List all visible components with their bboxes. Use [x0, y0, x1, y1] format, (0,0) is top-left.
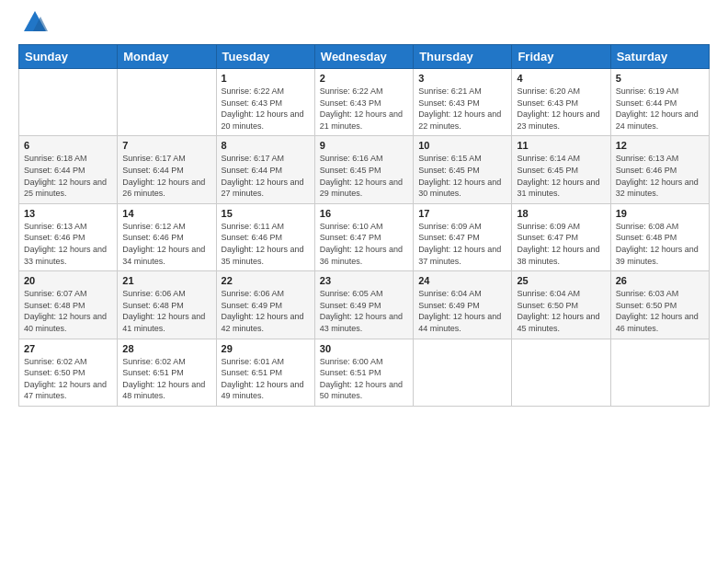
- calendar-cell: 20Sunrise: 6:07 AM Sunset: 6:48 PM Dayli…: [19, 271, 118, 339]
- calendar-cell: 28Sunrise: 6:02 AM Sunset: 6:51 PM Dayli…: [118, 339, 216, 406]
- day-info: Sunrise: 6:14 AM Sunset: 6:45 PM Dayligh…: [517, 153, 605, 199]
- calendar-cell: 25Sunrise: 6:04 AM Sunset: 6:50 PM Dayli…: [512, 271, 610, 339]
- day-number: 24: [418, 275, 506, 286]
- day-info: Sunrise: 6:00 AM Sunset: 6:51 PM Dayligh…: [320, 356, 408, 402]
- day-number: 19: [616, 208, 704, 219]
- day-number: 15: [222, 208, 310, 219]
- calendar-cell: 8Sunrise: 6:17 AM Sunset: 6:44 PM Daylig…: [216, 136, 314, 203]
- calendar-week-4: 20Sunrise: 6:07 AM Sunset: 6:48 PM Dayli…: [19, 271, 710, 339]
- calendar-cell: [512, 339, 610, 406]
- day-info: Sunrise: 6:22 AM Sunset: 6:43 PM Dayligh…: [222, 86, 310, 132]
- day-info: Sunrise: 6:01 AM Sunset: 6:51 PM Dayligh…: [222, 356, 310, 402]
- day-info: Sunrise: 6:17 AM Sunset: 6:44 PM Dayligh…: [122, 153, 210, 199]
- day-number: 25: [517, 275, 605, 286]
- calendar-week-1: 1Sunrise: 6:22 AM Sunset: 6:43 PM Daylig…: [19, 69, 710, 136]
- calendar-cell: [19, 69, 118, 136]
- calendar-cell: 10Sunrise: 6:15 AM Sunset: 6:45 PM Dayli…: [414, 136, 512, 203]
- day-number: 7: [122, 140, 210, 151]
- calendar-cell: 27Sunrise: 6:02 AM Sunset: 6:50 PM Dayli…: [19, 339, 118, 406]
- logo-icon: [22, 9, 48, 35]
- calendar-cell: 30Sunrise: 6:00 AM Sunset: 6:51 PM Dayli…: [314, 339, 413, 406]
- day-number: 30: [320, 343, 408, 354]
- day-info: Sunrise: 6:03 AM Sunset: 6:50 PM Dayligh…: [616, 288, 704, 334]
- day-info: Sunrise: 6:07 AM Sunset: 6:48 PM Dayligh…: [24, 288, 112, 334]
- day-info: Sunrise: 6:02 AM Sunset: 6:51 PM Dayligh…: [122, 356, 210, 402]
- calendar-cell: 19Sunrise: 6:08 AM Sunset: 6:48 PM Dayli…: [610, 203, 709, 270]
- day-number: 3: [418, 73, 506, 84]
- calendar-cell: [414, 339, 512, 406]
- day-number: 11: [517, 140, 605, 151]
- day-info: Sunrise: 6:11 AM Sunset: 6:46 PM Dayligh…: [222, 221, 310, 267]
- calendar-week-5: 27Sunrise: 6:02 AM Sunset: 6:50 PM Dayli…: [19, 339, 710, 406]
- day-number: 29: [222, 343, 310, 354]
- day-number: 2: [320, 73, 408, 84]
- header: [18, 15, 710, 35]
- day-info: Sunrise: 6:09 AM Sunset: 6:47 PM Dayligh…: [517, 221, 605, 267]
- calendar-cell: 21Sunrise: 6:06 AM Sunset: 6:48 PM Dayli…: [118, 271, 216, 339]
- day-info: Sunrise: 6:04 AM Sunset: 6:50 PM Dayligh…: [517, 288, 605, 334]
- day-number: 16: [320, 208, 408, 219]
- day-number: 9: [320, 140, 408, 151]
- day-number: 14: [122, 208, 210, 219]
- calendar-cell: 6Sunrise: 6:18 AM Sunset: 6:44 PM Daylig…: [19, 136, 118, 203]
- day-info: Sunrise: 6:16 AM Sunset: 6:45 PM Dayligh…: [320, 153, 408, 199]
- day-number: 6: [24, 140, 112, 151]
- day-info: Sunrise: 6:12 AM Sunset: 6:46 PM Dayligh…: [122, 221, 210, 267]
- day-number: 4: [517, 73, 605, 84]
- calendar-cell: 26Sunrise: 6:03 AM Sunset: 6:50 PM Dayli…: [610, 271, 709, 339]
- calendar-header-monday: Monday: [118, 45, 216, 69]
- day-number: 8: [222, 140, 310, 151]
- calendar-header-friday: Friday: [512, 45, 610, 69]
- day-info: Sunrise: 6:18 AM Sunset: 6:44 PM Dayligh…: [24, 153, 112, 199]
- calendar-cell: 16Sunrise: 6:10 AM Sunset: 6:47 PM Dayli…: [314, 203, 413, 270]
- calendar-cell: 4Sunrise: 6:20 AM Sunset: 6:43 PM Daylig…: [512, 69, 610, 136]
- calendar-cell: 29Sunrise: 6:01 AM Sunset: 6:51 PM Dayli…: [216, 339, 314, 406]
- day-number: 20: [24, 275, 112, 286]
- calendar-table: SundayMondayTuesdayWednesdayThursdayFrid…: [18, 44, 710, 407]
- calendar-cell: 7Sunrise: 6:17 AM Sunset: 6:44 PM Daylig…: [118, 136, 216, 203]
- day-info: Sunrise: 6:22 AM Sunset: 6:43 PM Dayligh…: [320, 86, 408, 132]
- calendar-cell: 2Sunrise: 6:22 AM Sunset: 6:43 PM Daylig…: [314, 69, 413, 136]
- calendar-cell: 11Sunrise: 6:14 AM Sunset: 6:45 PM Dayli…: [512, 136, 610, 203]
- day-info: Sunrise: 6:17 AM Sunset: 6:44 PM Dayligh…: [222, 153, 310, 199]
- calendar-cell: [610, 339, 709, 406]
- calendar-cell: 15Sunrise: 6:11 AM Sunset: 6:46 PM Dayli…: [216, 203, 314, 270]
- calendar-cell: 22Sunrise: 6:06 AM Sunset: 6:49 PM Dayli…: [216, 271, 314, 339]
- day-number: 27: [24, 343, 112, 354]
- day-number: 13: [24, 208, 112, 219]
- calendar-cell: 1Sunrise: 6:22 AM Sunset: 6:43 PM Daylig…: [216, 69, 314, 136]
- day-info: Sunrise: 6:13 AM Sunset: 6:46 PM Dayligh…: [24, 221, 112, 267]
- calendar-cell: 9Sunrise: 6:16 AM Sunset: 6:45 PM Daylig…: [314, 136, 413, 203]
- calendar-header-sunday: Sunday: [19, 45, 118, 69]
- day-info: Sunrise: 6:10 AM Sunset: 6:47 PM Dayligh…: [320, 221, 408, 267]
- day-info: Sunrise: 6:06 AM Sunset: 6:49 PM Dayligh…: [222, 288, 310, 334]
- calendar-cell: 24Sunrise: 6:04 AM Sunset: 6:49 PM Dayli…: [414, 271, 512, 339]
- day-info: Sunrise: 6:05 AM Sunset: 6:49 PM Dayligh…: [320, 288, 408, 334]
- calendar-header-thursday: Thursday: [414, 45, 512, 69]
- calendar-cell: [118, 69, 216, 136]
- day-number: 21: [122, 275, 210, 286]
- calendar-header-wednesday: Wednesday: [314, 45, 413, 69]
- day-info: Sunrise: 6:08 AM Sunset: 6:48 PM Dayligh…: [616, 221, 704, 267]
- calendar-header-tuesday: Tuesday: [216, 45, 314, 69]
- calendar-cell: 17Sunrise: 6:09 AM Sunset: 6:47 PM Dayli…: [414, 203, 512, 270]
- day-number: 5: [616, 73, 704, 84]
- logo: [18, 15, 48, 35]
- calendar-cell: 5Sunrise: 6:19 AM Sunset: 6:44 PM Daylig…: [610, 69, 709, 136]
- day-info: Sunrise: 6:09 AM Sunset: 6:47 PM Dayligh…: [418, 221, 506, 267]
- day-info: Sunrise: 6:06 AM Sunset: 6:48 PM Dayligh…: [122, 288, 210, 334]
- calendar-week-2: 6Sunrise: 6:18 AM Sunset: 6:44 PM Daylig…: [19, 136, 710, 203]
- calendar-cell: 3Sunrise: 6:21 AM Sunset: 6:43 PM Daylig…: [414, 69, 512, 136]
- day-number: 1: [222, 73, 310, 84]
- day-info: Sunrise: 6:19 AM Sunset: 6:44 PM Dayligh…: [616, 86, 704, 132]
- calendar-cell: 14Sunrise: 6:12 AM Sunset: 6:46 PM Dayli…: [118, 203, 216, 270]
- calendar-header-saturday: Saturday: [610, 45, 709, 69]
- day-number: 22: [222, 275, 310, 286]
- day-number: 17: [418, 208, 506, 219]
- calendar-cell: 18Sunrise: 6:09 AM Sunset: 6:47 PM Dayli…: [512, 203, 610, 270]
- day-number: 26: [616, 275, 704, 286]
- page: SundayMondayTuesdayWednesdayThursdayFrid…: [0, 0, 728, 563]
- calendar-week-3: 13Sunrise: 6:13 AM Sunset: 6:46 PM Dayli…: [19, 203, 710, 270]
- day-info: Sunrise: 6:15 AM Sunset: 6:45 PM Dayligh…: [418, 153, 506, 199]
- day-info: Sunrise: 6:21 AM Sunset: 6:43 PM Dayligh…: [418, 86, 506, 132]
